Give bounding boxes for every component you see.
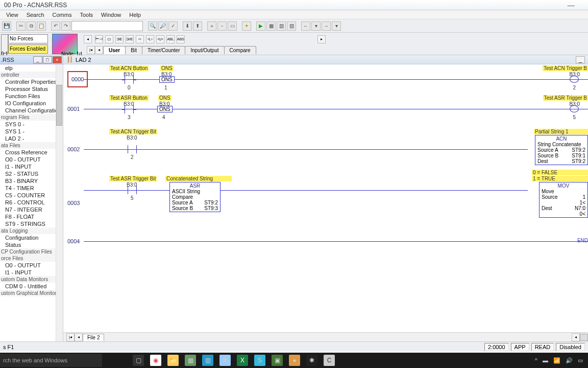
tree-item[interactable]: N7 - INTEGER: [0, 206, 63, 213]
zoom-in-icon[interactable]: ＋: [207, 21, 216, 31]
elem-ote-icon[interactable]: ‹›: [136, 35, 144, 43]
tree-item[interactable]: Processor Status: [0, 85, 63, 93]
fit-icon[interactable]: ▭: [228, 21, 237, 31]
app7-icon[interactable]: ✱: [306, 355, 317, 366]
scroll-right-icon[interactable]: ▸: [317, 35, 326, 43]
search-input[interactable]: rch the web and Windows: [0, 354, 102, 367]
app-icon[interactable]: ▦: [185, 355, 196, 366]
paste-icon[interactable]: 📋: [37, 21, 46, 31]
tree-item[interactable]: O0 - OUTPUT: [0, 262, 63, 269]
hscroll-left-icon[interactable]: ◂: [572, 333, 580, 341]
tree-item[interactable]: B3 - BINARY: [0, 177, 63, 185]
xic-contact[interactable]: [128, 186, 137, 194]
excel-icon[interactable]: X: [237, 355, 248, 366]
scroll-left-icon[interactable]: ◂: [84, 35, 92, 43]
rung-1[interactable]: 0001 Test ASR Button B3:0 3 ONS B3:0 ONS…: [63, 94, 588, 124]
forces-enabled-select[interactable]: Forces Enabled: [8, 44, 48, 54]
tool-c-icon[interactable]: ▨: [287, 21, 296, 31]
upload-icon[interactable]: ⬆: [193, 21, 202, 31]
tree-item[interactable]: Status: [0, 241, 63, 248]
address-combo[interactable]: [71, 21, 143, 31]
rung-number[interactable]: 0004: [67, 238, 80, 244]
app8-icon[interactable]: C: [324, 355, 335, 366]
tree-item[interactable]: I1 - INPUT: [0, 269, 63, 276]
tree-item[interactable]: Channel Configuration: [0, 107, 63, 114]
tree-close-icon[interactable]: ×: [53, 56, 62, 63]
app2-icon[interactable]: ▥: [202, 355, 213, 366]
tree-item[interactable]: Function Files: [0, 93, 63, 100]
wifi-icon[interactable]: 📶: [553, 357, 560, 364]
tree-hdr[interactable]: rogram Files: [0, 114, 63, 121]
tab-scroll-prev-icon[interactable]: ◂: [95, 46, 103, 54]
app3-icon[interactable]: 🛠: [219, 355, 231, 366]
minimize-button[interactable]: —: [568, 1, 575, 9]
elem-otl-icon[interactable]: ‹L›: [146, 35, 154, 43]
xic-contact[interactable]: [128, 145, 137, 153]
tree-item[interactable]: SYS 0 -: [0, 121, 63, 128]
forces-none-select[interactable]: No Forces: [8, 34, 48, 43]
zoom-out-icon[interactable]: －: [217, 21, 227, 31]
volume-icon[interactable]: 🔊: [566, 357, 573, 364]
menu-help[interactable]: Help: [125, 12, 145, 18]
save-icon[interactable]: 💾: [2, 21, 11, 31]
cut-icon[interactable]: ✂: [16, 21, 26, 31]
filetab-prev-icon[interactable]: ◂: [75, 333, 83, 341]
back-icon[interactable]: ←: [301, 21, 310, 31]
rung-2[interactable]: 0002 Test ACN Trigger Bit B3:0 2 Partial…: [63, 124, 588, 175]
tab-timer[interactable]: Timer/Counter: [142, 46, 186, 54]
tool-b-icon[interactable]: ▧: [277, 21, 286, 31]
tree-item[interactable]: elp: [0, 64, 63, 72]
verify-icon[interactable]: ✓: [168, 21, 178, 31]
lang-icon[interactable]: ▭: [578, 357, 583, 364]
tree-item[interactable]: ST9 - STRINGS: [0, 220, 63, 227]
mov-block[interactable]: MOV Move Source1 1< DestN7:0 0<: [539, 182, 588, 218]
output-coil[interactable]: [570, 105, 579, 112]
elem-xic-icon[interactable]: ЭE: [115, 35, 124, 43]
tab-bit[interactable]: Bit: [125, 46, 142, 54]
menu-view[interactable]: View: [2, 12, 22, 18]
output-coil[interactable]: [570, 76, 579, 83]
menu-comms[interactable]: Comms: [48, 12, 76, 18]
new-rung-icon[interactable]: ✦: [242, 21, 251, 31]
tree-item[interactable]: S2 - STATUS: [0, 170, 63, 177]
run-icon[interactable]: ▶: [256, 21, 265, 31]
tree-item[interactable]: Controller Properties: [0, 78, 63, 85]
acn-block[interactable]: ACN String Concatenate Source AST9:2 Sou…: [535, 135, 588, 165]
tree-scrollbar[interactable]: [56, 64, 63, 341]
tree-item[interactable]: Cross Reference: [0, 149, 63, 156]
ons-block[interactable]: ONS: [157, 106, 173, 112]
tree-item[interactable]: R6 - CONTROL: [0, 199, 63, 206]
app5-icon[interactable]: ▣: [272, 355, 283, 366]
back-drop-icon[interactable]: ▾: [311, 21, 321, 31]
app6-icon[interactable]: ●: [289, 355, 300, 366]
tree-hdr[interactable]: ata Logging: [0, 227, 63, 234]
find-next-icon[interactable]: 🔎: [158, 21, 167, 31]
undo-icon[interactable]: ↶: [51, 21, 60, 31]
xic-contact[interactable]: [125, 76, 134, 84]
rung-number[interactable]: 0001: [67, 106, 80, 112]
tree-item[interactable]: LAD 2 -: [0, 135, 63, 142]
hscroll-thumb[interactable]: [580, 334, 588, 341]
tree-item[interactable]: I1 - INPUT: [0, 163, 63, 170]
ladder-view[interactable]: 0000 Test ACN Button B3:0 0 ONS B3:0 ONS…: [63, 64, 588, 332]
tab-user[interactable]: User: [103, 46, 126, 54]
tree-item[interactable]: CDM 0 - Untitled: [0, 283, 63, 290]
menu-tools[interactable]: Tools: [76, 12, 97, 18]
ons-block[interactable]: ONS: [159, 76, 175, 83]
download-icon[interactable]: ⬇: [183, 21, 192, 31]
chrome-icon[interactable]: ◉: [150, 355, 161, 366]
elem-abs-icon[interactable]: ABS: [177, 35, 185, 43]
tray-up-icon[interactable]: ^: [535, 357, 537, 364]
rung-4[interactable]: 0004 END: [63, 231, 588, 251]
redo-icon[interactable]: ↷: [61, 21, 70, 31]
tree-item[interactable]: Configuration: [0, 234, 63, 241]
copy-icon[interactable]: ⧉: [27, 21, 36, 31]
tool-a-icon[interactable]: ▦: [266, 21, 276, 31]
tree-max-icon[interactable]: □: [43, 56, 52, 63]
menu-search[interactable]: Search: [22, 12, 48, 18]
tree-hdr[interactable]: ustom Data Monitors: [0, 276, 63, 283]
elem-branch-icon[interactable]: ▭: [105, 35, 113, 43]
filetab-first-icon[interactable]: |◂: [66, 333, 75, 341]
elem-xio-icon[interactable]: Э/E: [126, 35, 134, 43]
file-tab[interactable]: File 2: [83, 334, 104, 341]
